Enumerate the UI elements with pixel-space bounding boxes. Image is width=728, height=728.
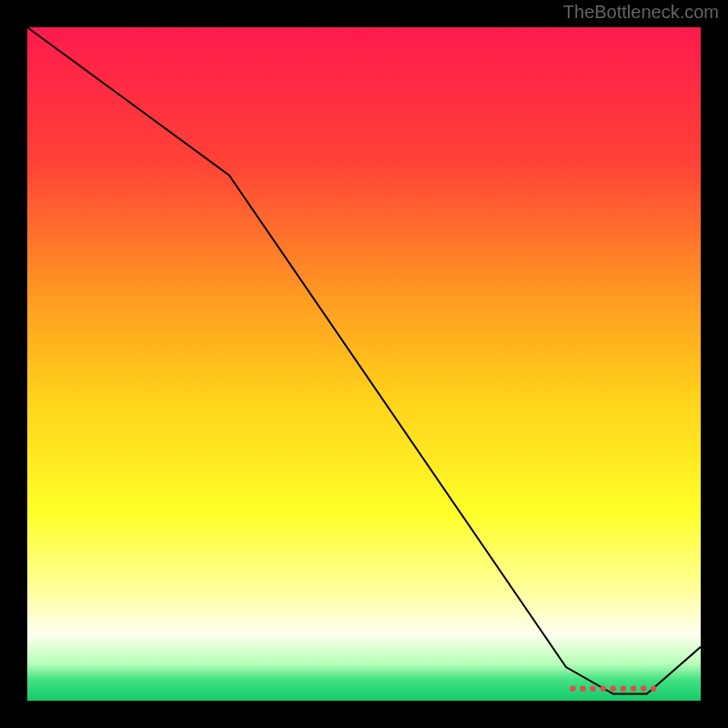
marker-dot [570, 685, 575, 691]
marker-dot [590, 685, 595, 691]
marker-dot [580, 685, 585, 691]
plot-area [27, 27, 701, 701]
bottleneck-chart [0, 0, 728, 728]
marker-dot [601, 685, 606, 691]
chart-frame: TheBottleneck.com [0, 0, 728, 728]
marker-dot [641, 685, 646, 691]
watermark-text: TheBottleneck.com [563, 2, 719, 23]
recommendation-markers [570, 685, 656, 691]
marker-dot [621, 685, 626, 691]
marker-dot [631, 685, 636, 691]
marker-dot [611, 685, 616, 691]
marker-dot [651, 685, 656, 691]
